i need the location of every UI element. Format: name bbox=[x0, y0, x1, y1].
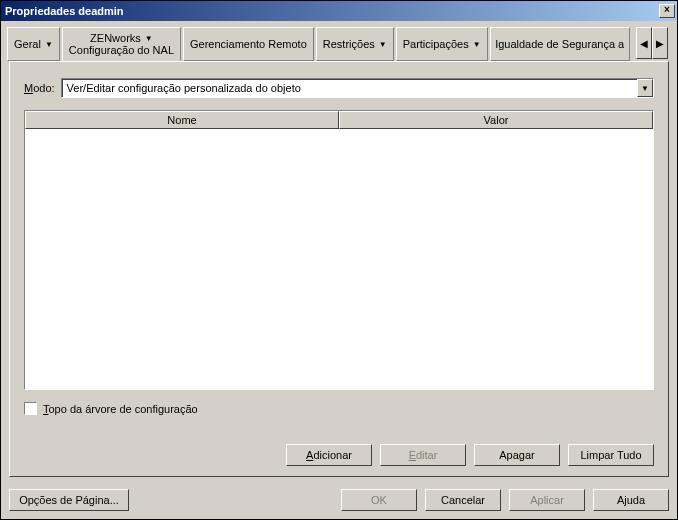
tab-participacoes-label: Participações bbox=[403, 38, 469, 50]
top-of-tree-checkbox[interactable] bbox=[24, 402, 37, 415]
content-panel: Modo: Ver/Editar configuração personaliz… bbox=[9, 61, 669, 477]
tab-restricoes-label: Restrições bbox=[323, 38, 375, 50]
tab-igualdade[interactable]: Igualdade de Segurança a bbox=[490, 27, 630, 61]
ok-button[interactable]: OK bbox=[341, 489, 417, 511]
tab-nav-left[interactable]: ◀ bbox=[636, 27, 652, 59]
mode-label: Modo: bbox=[24, 82, 55, 94]
tab-zenworks[interactable]: ZENworks ▼ Configuração do NAL bbox=[62, 27, 181, 61]
action-buttons: Adicionar Editar Apagar Limpar Tudo bbox=[24, 434, 654, 466]
chevron-down-icon: ▼ bbox=[473, 40, 481, 49]
tab-igualdade-label: Igualdade de Segurança a bbox=[495, 38, 624, 50]
column-header-value[interactable]: Valor bbox=[339, 111, 653, 129]
mode-select[interactable]: Ver/Editar configuração personalizada do… bbox=[61, 78, 654, 98]
add-button[interactable]: Adicionar bbox=[286, 444, 372, 466]
mode-row: Modo: Ver/Editar configuração personaliz… bbox=[24, 78, 654, 98]
top-of-tree-row: Topo da árvore de configuração bbox=[24, 402, 654, 415]
tab-gerenciamento-label: Gerenciamento Remoto bbox=[190, 38, 307, 50]
tab-gerenciamento-remoto[interactable]: Gerenciamento Remoto bbox=[183, 27, 314, 61]
tab-zenworks-sub: Configuração do NAL bbox=[69, 44, 174, 56]
apply-button[interactable]: Aplicar bbox=[509, 489, 585, 511]
dropdown-button[interactable]: ▼ bbox=[637, 79, 653, 97]
chevron-down-icon: ▼ bbox=[145, 34, 153, 43]
tab-restricoes[interactable]: Restrições ▼ bbox=[316, 27, 394, 61]
properties-window: Propriedades deadmin × Geral ▼ ZENworks … bbox=[0, 0, 678, 520]
settings-list: Nome Valor bbox=[24, 110, 654, 390]
mode-value: Ver/Editar configuração personalizada do… bbox=[62, 79, 637, 97]
window-title: Propriedades deadmin bbox=[5, 5, 657, 17]
tab-participacoes[interactable]: Participações ▼ bbox=[396, 27, 488, 61]
tab-nav: ◀ ▶ bbox=[636, 27, 668, 61]
tab-bar: Geral ▼ ZENworks ▼ Configuração do NAL G… bbox=[1, 21, 677, 61]
list-headers: Nome Valor bbox=[25, 111, 653, 129]
tab-zenworks-label: ZENworks bbox=[90, 32, 141, 44]
dialog-footer: Opções de Página... OK Cancelar Aplicar … bbox=[1, 485, 677, 519]
edit-button[interactable]: Editar bbox=[380, 444, 466, 466]
chevron-down-icon: ▼ bbox=[45, 40, 53, 49]
clear-all-button[interactable]: Limpar Tudo bbox=[568, 444, 654, 466]
help-button[interactable]: Ajuda bbox=[593, 489, 669, 511]
list-body[interactable] bbox=[25, 129, 653, 389]
tab-geral[interactable]: Geral ▼ bbox=[7, 27, 60, 61]
chevron-down-icon: ▼ bbox=[379, 40, 387, 49]
titlebar: Propriedades deadmin × bbox=[1, 1, 677, 21]
column-header-name[interactable]: Nome bbox=[25, 111, 339, 129]
delete-button[interactable]: Apagar bbox=[474, 444, 560, 466]
page-options-button[interactable]: Opções de Página... bbox=[9, 489, 129, 511]
cancel-button[interactable]: Cancelar bbox=[425, 489, 501, 511]
tab-nav-right[interactable]: ▶ bbox=[652, 27, 668, 59]
tab-geral-label: Geral bbox=[14, 38, 41, 50]
close-button[interactable]: × bbox=[659, 4, 675, 18]
top-of-tree-label: Topo da árvore de configuração bbox=[43, 403, 198, 415]
